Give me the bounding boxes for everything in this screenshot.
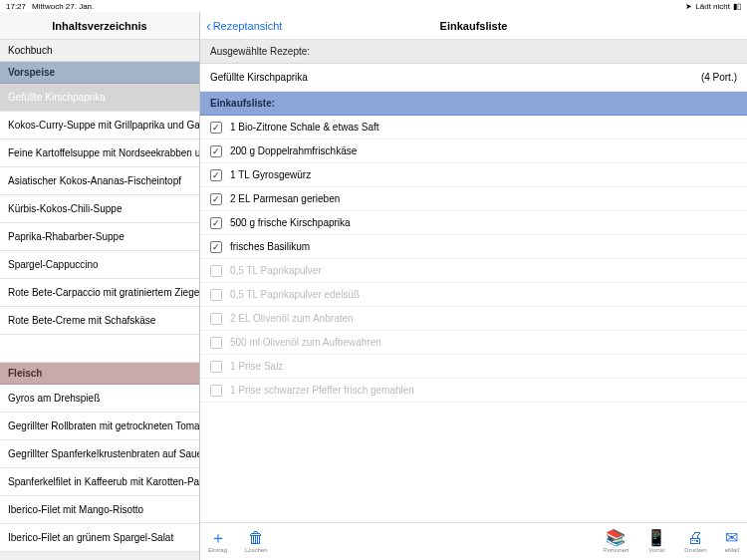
print-button[interactable]: 🖨Drucken (684, 530, 706, 553)
selected-recipe-row[interactable]: Gefüllte Kirschpaprika (4 Port.) (200, 64, 747, 92)
ingredient-row[interactable]: ✓2 EL Parmesan gerieben (200, 187, 747, 211)
checkbox[interactable] (210, 361, 222, 373)
shopping-list-header: Einkaufsliste: (200, 92, 747, 116)
status-date: Mittwoch 27. Jan. (32, 2, 94, 11)
sidebar-list: VorspeiseGefüllte KirschpaprikaKokos-Cur… (0, 62, 199, 552)
toolbar-label: Portionen (604, 547, 629, 553)
ingredient-row[interactable]: ✓frisches Basilikum (200, 235, 747, 259)
ingredient-row[interactable]: 0,5 TL Paprikapulver (200, 259, 747, 283)
checkbox[interactable]: ✓ (210, 145, 222, 157)
recipe-item[interactable]: Asiatischer Kokos-Ananas-Fischeintopf (0, 167, 199, 195)
ingredient-text: 2 EL Parmesan gerieben (230, 193, 340, 204)
category-header-fleisch[interactable]: Fleisch (0, 363, 199, 385)
checkbox[interactable]: ✓ (210, 217, 222, 229)
ingredient-row[interactable]: ✓200 g Doppelrahmfrischkäse (200, 140, 747, 163)
mail-icon: ✉ (725, 530, 738, 546)
ingredient-text: 0,5 TL Paprikapulver (230, 265, 322, 276)
selected-recipe-name: Gefüllte Kirschpaprika (210, 72, 308, 83)
checkbox[interactable] (210, 385, 222, 397)
checkbox[interactable]: ✓ (210, 193, 222, 205)
ingredient-text: 1 Prise schwarzer Pfeffer frisch gemahle… (230, 385, 414, 396)
chevron-left-icon: ‹ (206, 19, 211, 33)
delete-button[interactable]: 🗑Löschen (245, 530, 268, 553)
ingredient-text: 1 Prise Salz (230, 361, 283, 372)
status-bar: 17:27 Mittwoch 27. Jan. ➤ Lädt nicht ▮▯ (0, 0, 747, 12)
recipe-item[interactable]: Gegrillter Rollbraten mit getrockneten T… (0, 413, 199, 440)
ingredient-text: 0,5 TL Paprikapulver edelsüß (230, 289, 360, 300)
checkbox[interactable] (210, 289, 222, 301)
location-icon: ➤ (685, 2, 692, 11)
toolbar-label: Löschen (245, 547, 268, 553)
sidebar-subtitle: Kochbuch (0, 40, 199, 62)
sidebar: Inhaltsverzeichnis Kochbuch VorspeiseGef… (0, 12, 200, 560)
plus-icon: ＋ (210, 530, 226, 546)
checkbox[interactable]: ✓ (210, 241, 222, 253)
email-button[interactable]: ✉eMail (725, 530, 739, 553)
checkbox[interactable]: ✓ (210, 169, 222, 181)
recipe-item[interactable]: Rote Bete-Creme mit Schafskäse (0, 307, 199, 335)
recipe-item[interactable]: Iberico-Filet mit Mango-Risotto (0, 496, 199, 524)
phone-icon: 📱 (646, 530, 666, 546)
recipe-item[interactable]: Kürbis-Kokos-Chili-Suppe (0, 195, 199, 223)
ingredient-row[interactable]: ✓1 TL Gyrosgewürz (200, 163, 747, 187)
recipe-item[interactable]: Gyros am Drehspieß (0, 385, 199, 413)
ingredient-row[interactable]: ✓1 Bio-Zitrone Schale & etwas Saft (200, 116, 747, 140)
toolbar-label: Drucken (684, 547, 706, 553)
battery-icon: ▮▯ (733, 2, 741, 11)
add-entry-button[interactable]: ＋Eintrag (208, 530, 227, 553)
toolbar: ＋Eintrag🗑Löschen 📚Portionen📱Vorrat🖨Druck… (200, 522, 747, 560)
toolbar-label: Vorrat (648, 547, 664, 553)
selected-recipe-portions: (4 Port.) (701, 72, 737, 83)
main-header: ‹ Rezeptansicht Einkaufsliste (200, 12, 747, 40)
ingredient-text: 1 TL Gyrosgewürz (230, 169, 311, 180)
ingredient-row[interactable]: 500 ml Olivenöl zum Aufbewahren (200, 331, 747, 355)
toolbar-label: Eintrag (208, 547, 227, 553)
trash-icon: 🗑 (248, 530, 264, 546)
category-header-vorspeise[interactable]: Vorspeise (0, 62, 199, 84)
sidebar-title: Inhaltsverzeichnis (0, 12, 199, 40)
ingredient-text: 500 g frische Kirschpaprika (230, 217, 351, 228)
portions-button[interactable]: 📚Portionen (604, 530, 629, 553)
spacer (0, 335, 199, 363)
status-loading: Lädt nicht (695, 2, 730, 11)
recipe-item[interactable]: Rote Bete-Carpaccio mit gratiniertem Zie… (0, 279, 199, 307)
checkbox[interactable] (210, 265, 222, 277)
toolbar-label: eMail (725, 547, 739, 553)
ingredient-text: 500 ml Olivenöl zum Aufbewahren (230, 337, 381, 348)
supply-button[interactable]: 📱Vorrat (646, 530, 666, 553)
recipe-item[interactable]: Gegrillter Spanferkelkrustenbraten auf S… (0, 440, 199, 468)
checkbox[interactable]: ✓ (210, 122, 222, 134)
ingredient-list: ✓1 Bio-Zitrone Schale & etwas Saft✓200 g… (200, 116, 747, 522)
books-icon: 📚 (606, 530, 625, 546)
checkbox[interactable] (210, 313, 222, 325)
printer-icon: 🖨 (687, 530, 703, 546)
back-button[interactable]: ‹ Rezeptansicht (200, 19, 288, 33)
ingredient-row[interactable]: ✓500 g frische Kirschpaprika (200, 211, 747, 235)
recipe-item[interactable]: Kokos-Curry-Suppe mit Grillpaprika und G… (0, 112, 199, 140)
back-label: Rezeptansicht (213, 20, 283, 32)
recipe-item[interactable]: Feine Kartoffelsuppe mit Nordseekrabben … (0, 140, 199, 167)
recipe-item[interactable]: Gefüllte Kirschpaprika (0, 84, 199, 112)
ingredient-row[interactable]: 1 Prise Salz (200, 355, 747, 379)
ingredient-text: 200 g Doppelrahmfrischkäse (230, 145, 357, 156)
ingredient-row[interactable]: 1 Prise schwarzer Pfeffer frisch gemahle… (200, 379, 747, 403)
recipe-item[interactable]: Paprika-Rhabarber-Suppe (0, 223, 199, 251)
ingredient-row[interactable]: 0,5 TL Paprikapulver edelsüß (200, 283, 747, 307)
ingredient-text: frisches Basilikum (230, 241, 310, 252)
ingredient-text: 2 EL Olivenöl zum Anbraten (230, 313, 354, 324)
selected-recipes-header: Ausgewählte Rezepte: (200, 40, 747, 64)
recipe-item[interactable]: Iberico-Filet an grünem Spargel-Salat (0, 524, 199, 552)
recipe-item[interactable]: Spanferkelfilet in Kaffeerub mit Karotte… (0, 468, 199, 496)
status-time: 17:27 (6, 2, 26, 11)
recipe-item[interactable]: Spargel-Cappuccino (0, 251, 199, 279)
ingredient-row[interactable]: 2 EL Olivenöl zum Anbraten (200, 307, 747, 331)
ingredient-text: 1 Bio-Zitrone Schale & etwas Saft (230, 122, 379, 133)
checkbox[interactable] (210, 337, 222, 349)
main-panel: ‹ Rezeptansicht Einkaufsliste Ausgewählt… (200, 12, 747, 560)
